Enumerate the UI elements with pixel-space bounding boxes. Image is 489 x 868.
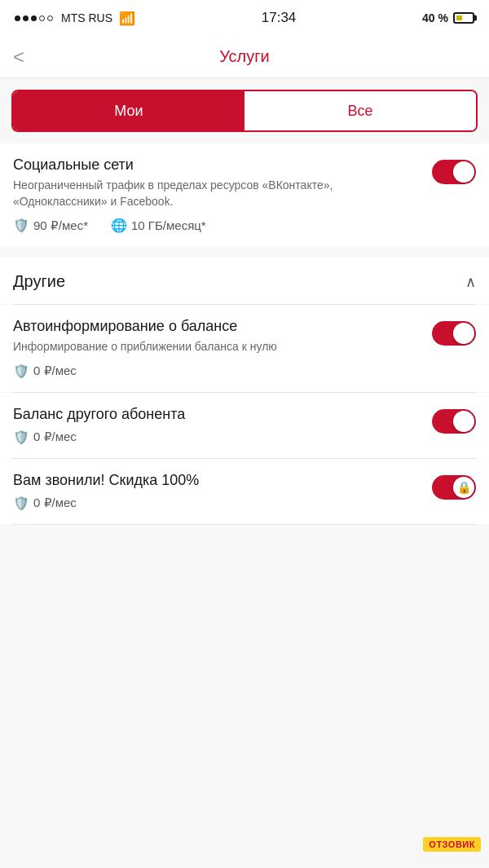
tab-bar: Мои Все [11,90,478,132]
signal-dots [15,15,53,21]
battery-label: 40 % [422,11,448,24]
divider-called [13,524,476,525]
service-autoinfo: Автоинформирование о балансе Информирова… [0,305,489,392]
service-called-meta: 🛡️ 0 ₽/мес [13,496,422,511]
section-other-title: Другие [13,272,65,291]
dot3 [31,15,37,21]
data-label: 10 ГБ/месяц* [131,218,206,232]
dot4 [39,15,45,21]
dot2 [23,15,29,21]
service-social-name: Социальные сети [13,156,422,174]
service-social-desc: Неограниченный трафик в пределах ресурсо… [13,178,422,209]
price-label: 90 ₽/мес* [33,218,88,233]
wifi-icon: 📶 [119,11,135,26]
service-social: Социальные сети Неограниченный трафик в … [0,143,489,246]
service-balance: Баланс другого абонента 🛡️ 0 ₽/мес [0,393,489,458]
service-autoinfo-meta: 🛡️ 0 ₽/мес [13,364,422,379]
tab-all-label: Все [347,103,372,120]
back-button[interactable]: < [13,46,24,68]
toggle-social-knob [453,161,474,183]
battery-icon [453,12,474,24]
lock-icon: 🔒 [457,481,470,493]
service-balance-info: Баланс другого абонента 🛡️ 0 ₽/мес [13,406,432,445]
chevron-up-icon[interactable]: ∧ [465,273,476,291]
toggle-autoinfo[interactable] [432,321,476,346]
status-left: MTS RUS 📶 [15,11,135,26]
status-bar: MTS RUS 📶 17:34 40 % [0,0,489,36]
price-label-4: 0 ₽/мес [33,496,77,510]
price-icon-4: 🛡️ [13,496,29,511]
service-autoinfo-price: 🛡️ 0 ₽/мес [13,364,77,379]
price-label-3: 0 ₽/мес [33,430,77,444]
battery-body [453,12,474,24]
page-title: Услуги [219,47,270,66]
status-time: 17:34 [262,10,297,26]
tab-my-label: Мои [114,103,143,120]
tab-my[interactable]: Мои [13,91,244,130]
service-social-data: 🌐 10 ГБ/месяц* [111,218,206,233]
watermark: ОТЗОВИК [423,837,481,852]
toggle-balance-knob [453,411,474,432]
service-called: Вам звонили! Скидка 100% 🛡️ 0 ₽/мес 🔒 [0,459,489,524]
service-balance-name: Баланс другого абонента [13,406,422,423]
service-called-price: 🛡️ 0 ₽/мес [13,496,77,511]
dot5 [47,15,53,21]
data-icon: 🌐 [111,218,127,233]
service-autoinfo-name: Автоинформирование о балансе [13,318,422,335]
service-autoinfo-desc: Информирование о приближении баланса к н… [13,339,422,355]
status-right: 40 % [422,11,474,24]
nav-bar: < Услуги [0,36,489,78]
battery-fill [456,15,462,20]
service-social-meta: 🛡️ 90 ₽/мес* 🌐 10 ГБ/месяц* [13,218,422,233]
service-social-price: 🛡️ 90 ₽/мес* [13,218,88,233]
toggle-autoinfo-knob [453,323,474,344]
service-called-info: Вам звонили! Скидка 100% 🛡️ 0 ₽/мес [13,472,432,511]
toggle-called[interactable]: 🔒 [432,475,476,500]
service-balance-price: 🛡️ 0 ₽/мес [13,430,77,445]
price-icon-2: 🛡️ [13,364,29,379]
toggle-social[interactable] [432,160,476,184]
toggle-balance[interactable] [432,409,476,434]
carrier-label: MTS RUS [61,11,112,24]
section-gap-1 [0,246,489,258]
service-called-name: Вам звонили! Скидка 100% [13,472,422,489]
tab-all[interactable]: Все [244,91,476,130]
price-icon-3: 🛡️ [13,430,29,445]
service-social-info: Социальные сети Неограниченный трафик в … [13,156,432,233]
service-balance-meta: 🛡️ 0 ₽/мес [13,430,422,445]
dot1 [15,15,20,21]
price-icon: 🛡️ [13,218,29,233]
section-other-header: Другие ∧ [0,258,489,304]
service-autoinfo-info: Автоинформирование о балансе Информирова… [13,318,432,379]
price-label-2: 0 ₽/мес [33,364,77,378]
toggle-called-knob: 🔒 [453,477,474,498]
